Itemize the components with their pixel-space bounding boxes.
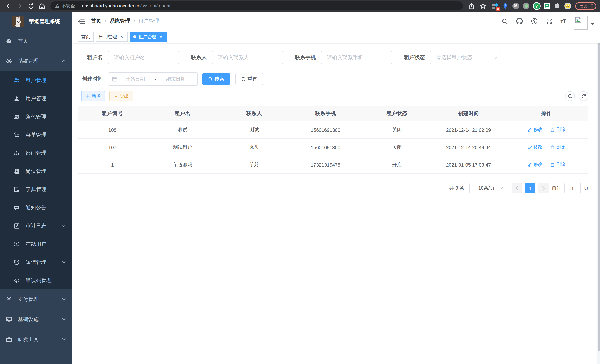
phone-input[interactable] <box>321 51 392 64</box>
extension-chat[interactable] <box>543 1 551 10</box>
contact-input[interactable] <box>212 51 283 64</box>
sidebar-item-label: 字典管理 <box>26 186 46 193</box>
sidebar-item-role[interactable]: 角色管理 <box>0 108 72 126</box>
page-number-1[interactable]: 1 <box>525 183 535 193</box>
window-scrollbar[interactable] <box>597 24 600 364</box>
sidebar-item-dict[interactable]: 字典管理 <box>0 180 72 198</box>
search-button[interactable]: 搜索 <box>202 73 230 85</box>
sidebar-item-menu[interactable]: 菜单管理 <box>0 126 72 144</box>
export-button[interactable]: 导出 <box>110 91 133 101</box>
sidebar-collapse-button[interactable] <box>78 18 85 25</box>
sidebar-item-devtools[interactable]: 研发工具 <box>0 329 72 350</box>
cell-tenant-id: 108 <box>78 121 147 139</box>
sidebar-item-user[interactable]: 用户管理 <box>0 89 72 108</box>
sidebar-item-label: 基础设施 <box>18 316 38 323</box>
browser-back-button[interactable] <box>4 1 13 11</box>
refresh-table-button[interactable] <box>579 91 589 101</box>
bookmark-star-button[interactable] <box>478 1 488 11</box>
pin-icon <box>503 3 508 9</box>
yen-icon <box>6 297 12 302</box>
extension-puzzle[interactable] <box>553 1 562 10</box>
date-range-picker[interactable]: 开始日期 - 结束日期 <box>108 72 198 86</box>
font-size-button[interactable]: TT <box>559 17 568 26</box>
sidebar-item-label: 租户管理 <box>26 77 46 84</box>
filter-tenant-name: 租户名 <box>78 51 179 64</box>
active-tab-dot-icon <box>133 35 136 38</box>
sidebar-item-tenant[interactable]: 租户管理 <box>0 71 72 89</box>
avatar[interactable] <box>574 16 588 30</box>
sidebar-item-label: 系统管理 <box>18 58 38 65</box>
browser-home-button[interactable] <box>37 1 47 11</box>
col-actions: 操作 <box>504 106 589 121</box>
date-separator: - <box>153 76 158 82</box>
browser-update-button[interactable]: 更新 <box>575 2 596 10</box>
breadcrumb-section[interactable]: 系统管理 <box>110 18 130 25</box>
status-select[interactable]: 请选择租户状态 <box>430 51 501 64</box>
tab-close-icon[interactable]: × <box>159 34 164 39</box>
next-page-button[interactable] <box>538 183 549 193</box>
table-header-row: 租户编号 租户名 联系人 联系手机 租户状态 创建时间 操作 <box>78 106 589 121</box>
extension-pin[interactable] <box>501 1 510 10</box>
scrollbar-thumb[interactable] <box>598 25 600 351</box>
fullscreen-button[interactable] <box>544 16 554 26</box>
tab-dept[interactable]: 部门管理 × <box>96 32 128 42</box>
sidebar-item-errcode[interactable]: 错误码管理 <box>0 271 72 289</box>
browser-reload-button[interactable] <box>26 1 36 11</box>
breadcrumb-home[interactable]: 首页 <box>91 18 101 25</box>
extension-command[interactable]: ⌘ <box>511 1 520 10</box>
tab-home[interactable]: 首页 <box>78 32 94 42</box>
sidebar-item-dept[interactable]: 部门管理 <box>0 144 72 162</box>
delete-label: 删除 <box>556 144 565 150</box>
address-bar[interactable]: 不安全 dashboard.yudao.iocoder.cn/system/te… <box>50 1 463 10</box>
puzzle-icon <box>554 3 561 9</box>
browser-forward-button[interactable] <box>15 1 25 11</box>
sidebar-item-pay[interactable]: 支付管理 <box>0 289 72 309</box>
tab-tenant-active[interactable]: 租户管理 × <box>130 32 167 42</box>
cell-actions: 修改 删除 <box>504 139 589 156</box>
extension-emoji[interactable] <box>563 1 572 10</box>
delete-link[interactable]: 删除 <box>551 144 565 150</box>
tab-close-icon[interactable]: × <box>119 34 124 39</box>
app-logo-row[interactable]: 芋道管理系统 <box>0 12 72 31</box>
sidebar-item-notice[interactable]: 通知公告 <box>0 198 72 217</box>
edit-link[interactable]: 修改 <box>527 144 542 150</box>
cell-created: 2021-01-05 17:03:47 <box>433 156 504 173</box>
delete-label: 删除 <box>556 127 565 133</box>
reset-button[interactable]: 重置 <box>235 73 263 85</box>
edit-link[interactable]: 修改 <box>527 127 542 133</box>
github-button[interactable] <box>515 16 524 26</box>
sidebar-item-label: 支付管理 <box>18 296 38 303</box>
header-search-button[interactable] <box>500 17 509 26</box>
toolbox-icon <box>6 336 12 343</box>
page-unit-label: 页 <box>584 185 589 191</box>
cell-tenant-name: 测试租户 <box>147 139 218 156</box>
extension-y[interactable]: y <box>532 1 541 10</box>
sidebar-item-post[interactable]: 岗位管理 <box>0 162 72 180</box>
tenant-name-input[interactable] <box>108 51 179 64</box>
delete-link[interactable]: 删除 <box>551 162 565 168</box>
sidebar-item-system[interactable]: 系统管理 <box>0 51 72 71</box>
delete-link[interactable]: 删除 <box>551 127 565 133</box>
tab-label: 租户管理 <box>138 34 156 40</box>
sidebar-item-online-user[interactable]: 在线用户 <box>0 235 72 253</box>
sidebar-item-sms[interactable]: 短信管理 <box>0 253 72 271</box>
extension-recorder[interactable] <box>522 1 531 10</box>
prev-page-button[interactable] <box>512 183 522 193</box>
add-button[interactable]: 新增 <box>81 91 105 101</box>
avatar-dropdown-caret-icon[interactable] <box>591 23 594 25</box>
extension-grid[interactable]: 10 <box>490 1 499 10</box>
page-size-select[interactable]: 10条/页 <box>469 183 506 193</box>
goto-page-input[interactable] <box>564 183 581 193</box>
sidebar-item-audit-log[interactable]: 审计日志 <box>0 217 72 235</box>
sidebar-item-home[interactable]: 首页 <box>0 31 72 51</box>
toolbar-row: 新增 导出 <box>78 91 589 101</box>
help-button[interactable] <box>529 16 539 26</box>
sidebar-item-infra[interactable]: 基础设施 <box>0 309 72 329</box>
search-icon <box>568 94 572 99</box>
share-button[interactable] <box>467 1 477 11</box>
filter-contact: 联系人 <box>191 51 283 64</box>
hide-search-button[interactable] <box>565 91 575 101</box>
edit-link[interactable]: 修改 <box>527 162 542 168</box>
col-contact: 联系人 <box>218 106 290 121</box>
cell-status: 关闭 <box>361 121 433 139</box>
